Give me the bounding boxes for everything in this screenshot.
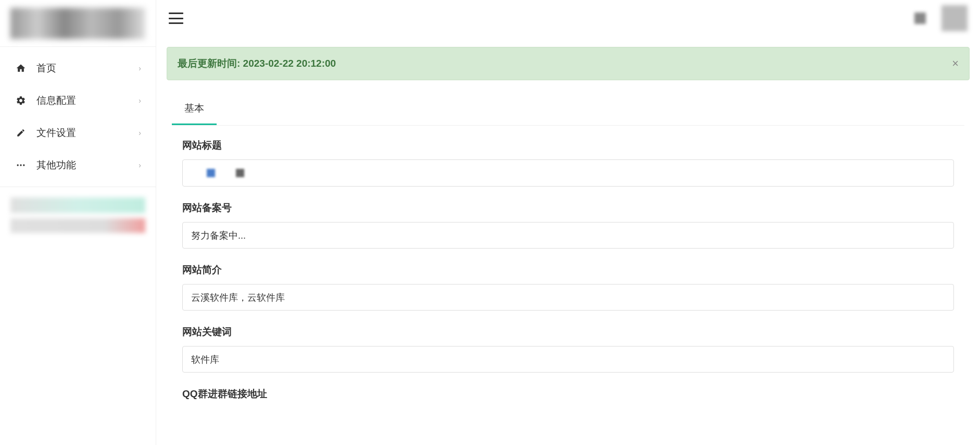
icp-input[interactable] — [182, 222, 954, 249]
gear-icon — [15, 94, 27, 107]
chevron-right-icon: › — [139, 161, 141, 169]
sidebar-item-label: 其他功能 — [36, 158, 139, 172]
sidebar-item-label: 首页 — [36, 61, 139, 75]
sidebar-footer — [0, 187, 156, 243]
alert-text: 最后更新时间: 2023-02-22 20:12:00 — [178, 57, 336, 70]
form-group-title: 网站标题 — [182, 139, 954, 187]
sidebar-item-label: 文件设置 — [36, 126, 139, 140]
content: 最后更新时间: 2023-02-22 20:12:00 × 基本 网站标题 网站… — [156, 36, 980, 445]
tabs: 基本 — [172, 93, 964, 126]
desc-input[interactable] — [182, 284, 954, 311]
keywords-input[interactable] — [182, 346, 954, 373]
svg-point-2 — [23, 164, 24, 166]
logo — [10, 8, 145, 39]
sidebar-item-other[interactable]: 其他功能 › — [0, 149, 156, 181]
title-label: 网站标题 — [182, 139, 954, 152]
sidebar-footer-widget1 — [10, 197, 145, 213]
alert-prefix: 最后更新时间: — [178, 58, 243, 69]
header — [156, 0, 980, 36]
chevron-right-icon: › — [139, 96, 141, 105]
settings-form: 网站标题 网站备案号 网站简介 网站关键词 — [167, 126, 970, 428]
qq-label: QQ群进群链接地址 — [182, 387, 954, 401]
hamburger-menu-icon[interactable] — [169, 13, 183, 24]
sidebar-item-label: 信息配置 — [36, 94, 139, 107]
header-right — [914, 5, 968, 31]
close-icon[interactable]: × — [952, 58, 959, 69]
svg-point-1 — [20, 164, 21, 166]
chevron-right-icon: › — [139, 64, 141, 72]
sidebar-item-config[interactable]: 信息配置 › — [0, 84, 156, 117]
more-icon — [15, 159, 27, 171]
form-group-icp: 网站备案号 — [182, 201, 954, 249]
form-group-qq: QQ群进群链接地址 — [182, 387, 954, 401]
sidebar: 首页 › 信息配置 › 文件设置 › 其他功能 — [0, 0, 156, 445]
chevron-right-icon: › — [139, 129, 141, 137]
avatar[interactable] — [941, 5, 968, 31]
sidebar-item-file[interactable]: 文件设置 › — [0, 117, 156, 149]
icp-label: 网站备案号 — [182, 201, 954, 215]
title-input[interactable] — [182, 159, 954, 187]
nav-list: 首页 › 信息配置 › 文件设置 › 其他功能 — [0, 47, 156, 187]
alert-timestamp: 2023-02-22 20:12:00 — [243, 58, 336, 69]
sidebar-footer-widget2 — [10, 218, 145, 233]
desc-label: 网站简介 — [182, 263, 954, 277]
keywords-label: 网站关键词 — [182, 325, 954, 339]
main: 最后更新时间: 2023-02-22 20:12:00 × 基本 网站标题 网站… — [156, 0, 980, 445]
tab-basic[interactable]: 基本 — [172, 93, 217, 125]
sidebar-item-home[interactable]: 首页 › — [0, 52, 156, 84]
form-group-desc: 网站简介 — [182, 263, 954, 311]
form-group-keywords: 网站关键词 — [182, 325, 954, 373]
logo-area — [0, 0, 156, 47]
pencil-icon — [15, 127, 27, 139]
update-alert: 最后更新时间: 2023-02-22 20:12:00 × — [167, 47, 970, 80]
header-action-icon[interactable] — [914, 13, 926, 24]
home-icon — [15, 62, 27, 75]
svg-point-0 — [17, 164, 19, 166]
